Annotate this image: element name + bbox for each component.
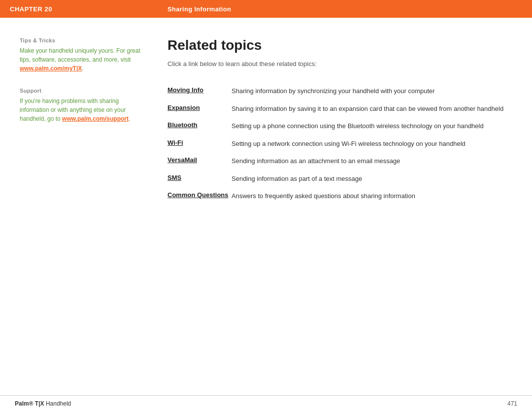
topic-desc: Sending information as part of a text me… [232,170,507,188]
table-row: Common Questions Answers to frequently a… [167,187,507,205]
topic-desc: Sharing information by synchronizing you… [232,82,507,100]
topic-desc: Answers to frequently asked questions ab… [232,187,507,205]
support-title: Support [20,88,143,94]
table-row: SMS Sending information as part of a tex… [167,170,507,188]
chapter-label: CHAPTER 20 [10,5,167,13]
topic-desc: Sharing information by saving it to an e… [232,100,507,118]
footer-brand-name: Palm® T|X [15,400,44,407]
tips-text: Make your handheld uniquely yours. For g… [20,46,143,73]
tips-link[interactable]: www.palm.com/myT|X [20,65,82,72]
table-row: Expansion Sharing information by saving … [167,100,507,118]
sidebar: Tips & Tricks Make your handheld uniquel… [0,37,158,395]
topic-link[interactable]: Common Questions [167,187,232,205]
support-section: Support If you're having problems with s… [20,88,143,123]
table-row: Moving Info Sharing information by synch… [167,82,507,100]
topic-link[interactable]: Moving Info [167,82,232,100]
page-subtitle: Click a link below to learn about these … [167,60,507,68]
topic-desc: Sending information as an attachment to … [232,152,507,170]
tips-text-content: Make your handheld uniquely yours. For g… [20,47,140,63]
topic-link[interactable]: SMS [167,170,232,188]
footer-model: Handheld [46,400,71,407]
header-bar: CHAPTER 20 Sharing Information [0,0,532,18]
table-row: VersaMail Sending information as an atta… [167,152,507,170]
main-content: Tips & Tricks Make your handheld uniquel… [0,18,532,395]
topic-link[interactable]: Bluetooth [167,117,232,135]
support-text: If you're having problems with sharing i… [20,97,143,123]
section-title: Sharing Information [167,5,231,13]
tips-title: Tips & Tricks [20,37,143,43]
footer-page-number: 471 [507,400,517,407]
footer-brand: Palm® T|X Handheld [15,400,71,407]
topic-desc: Setting up a network connection using Wi… [232,135,507,153]
topics-table: Moving Info Sharing information by synch… [167,82,507,205]
table-row: Bluetooth Setting up a phone connection … [167,117,507,135]
topic-link[interactable]: Expansion [167,100,232,118]
tips-section: Tips & Tricks Make your handheld uniquel… [20,37,143,73]
page-title: Related topics [167,37,507,53]
topic-desc: Setting up a phone connection using the … [232,117,507,135]
support-link[interactable]: www.palm.com/support [62,115,129,122]
footer: Palm® T|X Handheld 471 [0,395,532,411]
right-content: Related topics Click a link below to lea… [158,37,532,395]
table-row: Wi-Fi Setting up a network connection us… [167,135,507,153]
topic-link[interactable]: VersaMail [167,152,232,170]
topic-link[interactable]: Wi-Fi [167,135,232,153]
